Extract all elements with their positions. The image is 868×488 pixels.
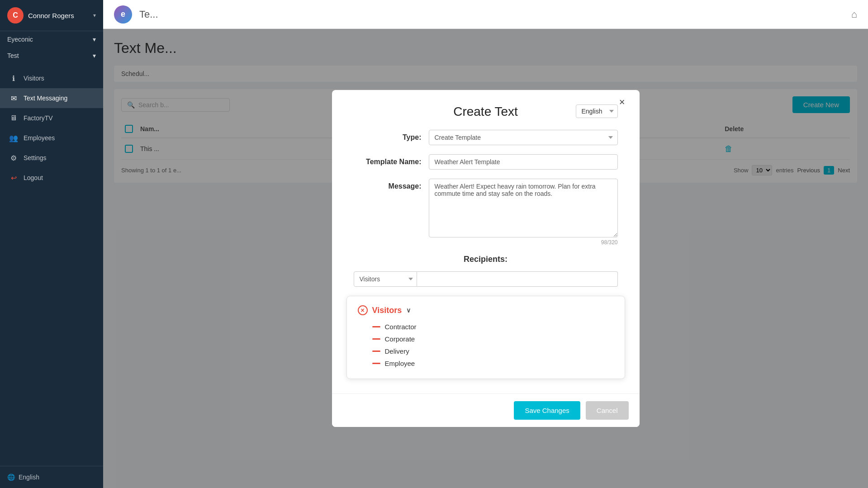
modal-header: Create Text English Spanish French × bbox=[354, 104, 618, 119]
remove-item-icon[interactable] bbox=[372, 326, 380, 327]
remove-item-icon[interactable] bbox=[372, 338, 380, 340]
settings-icon: ⚙ bbox=[9, 153, 18, 162]
user-name: Connor Rogers bbox=[28, 12, 89, 19]
type-select[interactable]: Create Template Use Template bbox=[429, 130, 618, 145]
sidebar-item-factory-tv[interactable]: 🖥 FactoryTV bbox=[0, 108, 103, 128]
template-name-row: Template Name: bbox=[354, 154, 618, 170]
close-button[interactable]: × bbox=[619, 97, 625, 107]
sidebar-item-label: Settings bbox=[24, 154, 47, 161]
sidebar-org[interactable]: Eyeconic ▾ bbox=[0, 31, 103, 47]
dropdown-items-list: Contractor Corporate Delivery bbox=[358, 321, 614, 370]
recipients-search-input[interactable] bbox=[417, 271, 618, 287]
main-content: e Te... ⌂ Text Me... Schedul... 🔍 Search… bbox=[103, 0, 868, 488]
info-icon: ℹ bbox=[9, 74, 18, 83]
home-icon[interactable]: ⌂ bbox=[851, 9, 857, 20]
main-header: e Te... ⌂ bbox=[103, 0, 868, 29]
sub-label: Test bbox=[7, 52, 19, 59]
sidebar-language[interactable]: 🌐 English bbox=[0, 466, 103, 488]
list-item[interactable]: Corporate bbox=[372, 333, 614, 345]
sidebar-user-header[interactable]: C Connor Rogers ▾ bbox=[0, 0, 103, 31]
recipients-dropdown-panel: × Visitors ∨ Contractor Corporate bbox=[346, 296, 625, 379]
recipients-heading: Recipients: bbox=[354, 255, 618, 264]
chevron-down-icon[interactable]: ∨ bbox=[406, 307, 411, 314]
save-changes-button[interactable]: Save Changes bbox=[514, 401, 580, 420]
sidebar-item-label: Logout bbox=[24, 174, 43, 181]
message-label: Message: bbox=[354, 179, 422, 190]
dropdown-group-header: × Visitors ∨ bbox=[358, 305, 614, 315]
chevron-down-icon: ▾ bbox=[93, 12, 96, 19]
cancel-button[interactable]: Cancel bbox=[586, 401, 629, 420]
list-item[interactable]: Delivery bbox=[372, 345, 614, 357]
sidebar-item-text-messaging[interactable]: ✉ Text Messaging bbox=[0, 88, 103, 108]
type-label: Type: bbox=[354, 130, 422, 142]
sidebar-item-visitors[interactable]: ℹ Visitors bbox=[0, 68, 103, 88]
language-selector: English Spanish French bbox=[576, 104, 618, 118]
list-item[interactable]: Employee bbox=[372, 357, 614, 370]
chevron-down-icon: ▾ bbox=[93, 52, 96, 59]
sidebar-item-settings[interactable]: ⚙ Settings bbox=[0, 148, 103, 168]
sidebar-item-label: Text Messaging bbox=[24, 95, 67, 102]
sidebar-item-logout[interactable]: ↩ Logout bbox=[0, 168, 103, 188]
template-name-input[interactable] bbox=[429, 154, 618, 170]
char-count: 98/320 bbox=[429, 239, 618, 246]
sidebar-sub[interactable]: Test ▾ bbox=[0, 47, 103, 64]
message-textarea[interactable]: Weather Alert! Expect heavy rain tomorro… bbox=[429, 179, 618, 237]
org-label: Eyeconic bbox=[7, 36, 33, 43]
template-name-label: Template Name: bbox=[354, 154, 422, 166]
employees-icon: 👥 bbox=[9, 133, 18, 142]
sidebar-nav: ℹ Visitors ✉ Text Messaging 🖥 FactoryTV … bbox=[0, 68, 103, 466]
language-select[interactable]: English Spanish French bbox=[576, 104, 618, 118]
recipients-row: Visitors Employees All bbox=[354, 271, 618, 287]
message-icon: ✉ bbox=[9, 94, 18, 103]
recipients-type-select[interactable]: Visitors Employees All bbox=[354, 271, 417, 287]
remove-item-icon[interactable] bbox=[372, 363, 380, 364]
sidebar-item-label: FactoryTV bbox=[24, 114, 53, 122]
chevron-down-icon: ▾ bbox=[93, 36, 96, 43]
message-wrapper: Weather Alert! Expect heavy rain tomorro… bbox=[429, 179, 618, 246]
remove-group-icon[interactable]: × bbox=[358, 305, 368, 315]
modal: Create Text English Spanish French × T bbox=[332, 90, 640, 427]
sidebar-item-label: Employees bbox=[24, 134, 55, 142]
group-name: Visitors bbox=[372, 306, 402, 315]
sidebar-item-employees[interactable]: 👥 Employees bbox=[0, 128, 103, 148]
header-title: Te... bbox=[139, 9, 844, 20]
sidebar-item-label: Visitors bbox=[24, 75, 44, 82]
language-label: English bbox=[19, 474, 39, 481]
modal-overlay: Create Text English Spanish French × T bbox=[103, 29, 868, 488]
avatar: C bbox=[7, 7, 24, 24]
list-item[interactable]: Contractor bbox=[372, 321, 614, 333]
type-row: Type: Create Template Use Template bbox=[354, 130, 618, 145]
sidebar: C Connor Rogers ▾ Eyeconic ▾ Test ▾ ℹ Vi… bbox=[0, 0, 103, 488]
logo: e bbox=[114, 5, 132, 24]
modal-inner: Create Text English Spanish French × T bbox=[332, 90, 640, 393]
remove-item-icon[interactable] bbox=[372, 351, 380, 352]
message-row: Message: Weather Alert! Expect heavy rai… bbox=[354, 179, 618, 246]
modal-footer: Save Changes Cancel bbox=[332, 393, 640, 427]
language-icon: 🌐 bbox=[7, 474, 15, 481]
tv-icon: 🖥 bbox=[9, 114, 18, 123]
logout-icon: ↩ bbox=[9, 173, 18, 182]
main-body: Text Me... Schedul... 🔍 Search b... Crea… bbox=[103, 29, 868, 488]
